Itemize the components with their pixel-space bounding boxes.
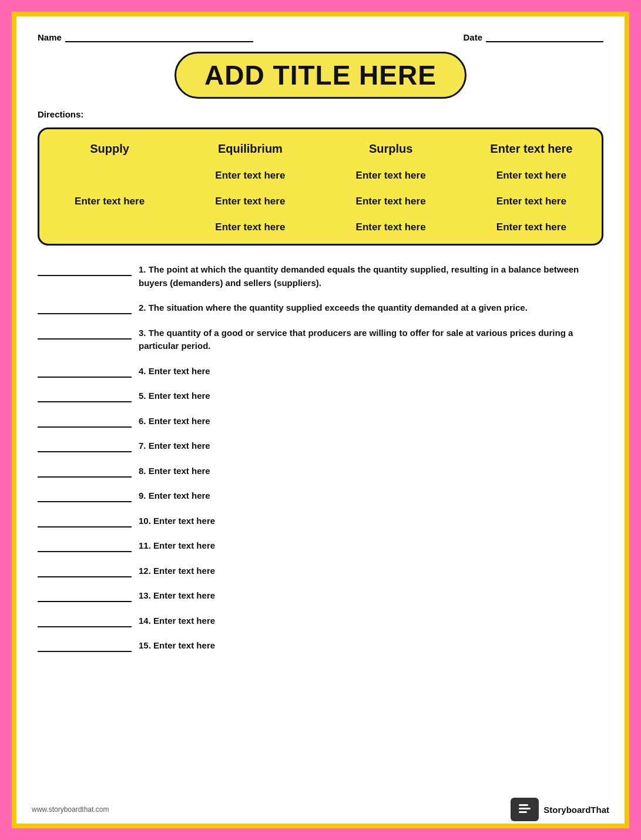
vocab-cell-0-1[interactable]: Equilibrium (180, 137, 320, 160)
match-text-7: 7. Enter text here (139, 439, 210, 453)
vocab-table: SupplyEquilibriumSurplusEnter text hereE… (38, 127, 603, 246)
title-container: ADD TITLE HERE (38, 52, 603, 99)
match-item-8: 8. Enter text here (38, 465, 603, 478)
match-text-8: 8. Enter text here (139, 465, 210, 478)
match-text-3: 3. The quantity of a good or service tha… (139, 327, 603, 353)
svg-rect-2 (519, 808, 531, 809)
yellow-border: Name Date ADD TITLE HERE Directions: Sup… (12, 12, 629, 828)
match-line-5 (38, 389, 132, 402)
vocab-cell-0-0[interactable]: Supply (39, 137, 180, 160)
match-text-10: 10. Enter text here (139, 515, 215, 528)
match-item-14: 14. Enter text here (38, 614, 603, 628)
vocab-cell-2-2: Enter text here (321, 191, 461, 212)
header-row: Name Date (38, 31, 603, 42)
match-item-4: 4. Enter text here (38, 365, 603, 378)
match-item-3: 3. The quantity of a good or service tha… (38, 327, 603, 353)
match-text-5: 5. Enter text here (139, 389, 210, 403)
date-label: Date (463, 32, 482, 42)
vocab-row-1: Enter text hereEnter text hereEnter text… (39, 163, 602, 189)
match-text-9: 9. Enter text here (139, 489, 210, 503)
vocab-cell-3-0 (39, 217, 180, 238)
title-box[interactable]: ADD TITLE HERE (174, 52, 467, 99)
date-field: Date (463, 31, 603, 42)
vocab-cell-2-3: Enter text here (461, 191, 602, 212)
date-line (486, 31, 603, 42)
match-line-8 (38, 465, 132, 478)
match-item-1: 1. The point at which the quantity deman… (38, 263, 603, 290)
svg-rect-3 (519, 811, 527, 813)
vocab-row-0: SupplyEquilibriumSurplusEnter text here (39, 135, 602, 163)
match-item-11: 11. Enter text here (38, 539, 603, 553)
match-line-14 (38, 614, 132, 627)
match-line-4 (38, 365, 132, 378)
match-text-1: 1. The point at which the quantity deman… (139, 263, 603, 290)
match-text-11: 11. Enter text here (139, 539, 215, 553)
match-item-7: 7. Enter text here (38, 439, 603, 453)
outer-border: Name Date ADD TITLE HERE Directions: Sup… (0, 0, 641, 840)
match-item-9: 9. Enter text here (38, 489, 603, 503)
match-text-4: 4. Enter text here (139, 365, 210, 378)
match-text-2: 2. The situation where the quantity supp… (139, 301, 528, 315)
match-line-13 (38, 589, 132, 602)
brand-name: StoryboardThat (543, 805, 609, 815)
match-item-10: 10. Enter text here (38, 515, 603, 528)
vocab-cell-3-3: Enter text here (461, 217, 602, 238)
vocab-cell-1-1: Enter text here (180, 165, 320, 186)
match-item-12: 12. Enter text here (38, 565, 603, 578)
match-line-10 (38, 515, 132, 527)
name-field: Name (38, 31, 253, 42)
match-line-3 (38, 327, 132, 340)
vocab-cell-2-1: Enter text here (180, 191, 320, 212)
vocab-cell-1-2: Enter text here (321, 165, 461, 186)
match-item-15: 15. Enter text here (38, 639, 603, 653)
title-text: ADD TITLE HERE (204, 60, 437, 90)
match-line-11 (38, 539, 132, 552)
vocab-cell-3-1: Enter text here (180, 217, 320, 238)
match-line-1 (38, 263, 132, 276)
match-text-15: 15. Enter text here (139, 639, 215, 653)
match-line-12 (38, 565, 132, 577)
vocab-row-2: Enter text hereEnter text hereEnter text… (39, 189, 602, 214)
match-text-12: 12. Enter text here (139, 565, 215, 578)
vocab-cell-0-3[interactable]: Enter text here (461, 137, 602, 160)
name-line (65, 31, 253, 42)
match-item-2: 2. The situation where the quantity supp… (38, 301, 603, 315)
match-item-13: 13. Enter text here (38, 589, 603, 603)
svg-rect-1 (519, 804, 528, 806)
vocab-cell-0-2[interactable]: Surplus (321, 137, 461, 160)
vocab-row-3: Enter text hereEnter text hereEnter text… (39, 214, 602, 240)
match-line-2 (38, 301, 132, 314)
footer-url: www.storyboardthat.com (32, 805, 109, 814)
match-line-6 (38, 415, 132, 428)
vocab-cell-1-0 (39, 165, 180, 186)
match-text-6: 6. Enter text here (139, 415, 210, 428)
vocab-cell-1-3: Enter text here (461, 165, 602, 186)
match-line-9 (38, 489, 132, 502)
footer-brand: StoryboardThat (511, 798, 609, 821)
match-text-13: 13. Enter text here (139, 589, 215, 603)
matching-section: 1. The point at which the quantity deman… (38, 263, 603, 653)
directions-label: Directions: (38, 109, 603, 119)
vocab-cell-3-2: Enter text here (321, 217, 461, 238)
name-label: Name (38, 32, 62, 42)
match-text-14: 14. Enter text here (139, 614, 215, 628)
match-item-5: 5. Enter text here (38, 389, 603, 403)
match-line-15 (38, 639, 132, 652)
match-item-6: 6. Enter text here (38, 415, 603, 428)
vocab-cell-2-0: Enter text here (39, 191, 180, 212)
brand-icon (511, 798, 539, 821)
match-line-7 (38, 439, 132, 452)
footer: www.storyboardthat.com StoryboardThat (8, 798, 633, 821)
